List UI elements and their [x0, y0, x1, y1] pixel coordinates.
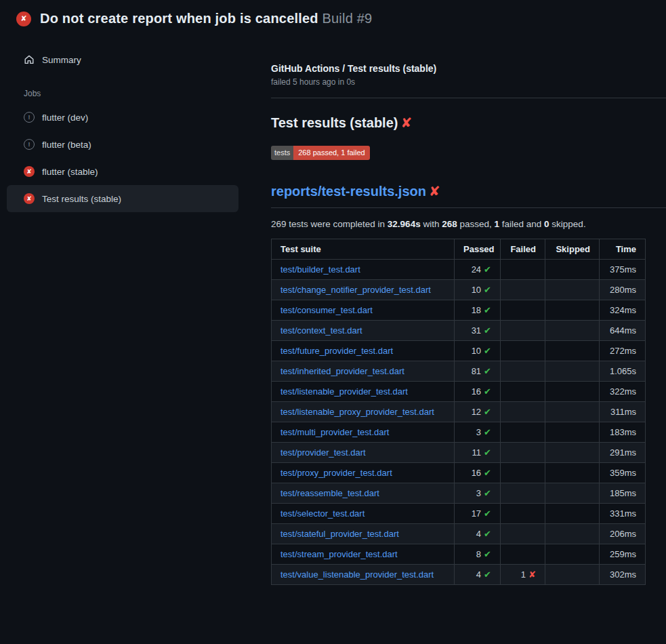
suite-cell: test/change_notifier_provider_test.dart [272, 280, 455, 300]
test-suite-link[interactable]: test/inherited_provider_test.dart [280, 366, 404, 376]
sidebar-item-label: flutter (dev) [42, 113, 88, 123]
table-row: test/provider_test.dart11✔291ms [272, 443, 646, 463]
sidebar-item-summary[interactable]: Summary [7, 49, 238, 70]
failed-cell [501, 524, 545, 544]
table-row: test/multi_provider_test.dart3✔183ms [272, 422, 646, 443]
failed-x-icon: ✘ [400, 115, 412, 130]
test-suite-link[interactable]: test/provider_test.dart [280, 447, 366, 458]
workflow-run-page: ✘ Do not create report when job is cance… [0, 0, 666, 585]
time-cell: 644ms [600, 321, 646, 341]
test-suite-link[interactable]: test/context_test.dart [280, 325, 362, 336]
test-suite-link[interactable]: test/selector_test.dart [280, 508, 365, 519]
run-title-text: Do not create report when job is cancell… [40, 11, 318, 26]
summary-text: skipped. [549, 219, 586, 229]
check-icon: ✔ [484, 346, 491, 356]
summary-failed-count: 1 [495, 219, 500, 229]
test-suite-link[interactable]: test/reassemble_test.dart [280, 488, 379, 498]
test-suite-link[interactable]: test/stateful_provider_test.dart [280, 529, 399, 539]
test-suite-link[interactable]: test/change_notifier_provider_test.dart [280, 285, 431, 295]
home-icon [24, 54, 35, 65]
results-table: Test suite Passed Failed Skipped Time te… [271, 239, 646, 585]
check-icon: ✔ [484, 427, 491, 437]
passed-count: 10 [472, 285, 481, 295]
report-file-link[interactable]: reports/test-results.json [271, 184, 426, 199]
test-suite-link[interactable]: test/builder_test.dart [280, 264, 360, 275]
table-row: test/listenable_proxy_provider_test.dart… [272, 402, 646, 422]
table-row: test/selector_test.dart17✔331ms [272, 504, 646, 524]
failed-cell [501, 321, 545, 341]
time-cell: 206ms [600, 524, 646, 544]
test-suite-link[interactable]: test/listenable_proxy_provider_test.dart [280, 407, 434, 417]
col-header-time: Time [600, 239, 646, 260]
page-body: Summary Jobs !flutter (dev)!flutter (bet… [0, 35, 666, 585]
x-circle-icon: ✘ [24, 193, 35, 204]
suite-cell: test/future_provider_test.dart [272, 341, 455, 361]
failed-cell [501, 341, 545, 361]
jobs-list: !flutter (dev)!flutter (beta)✘flutter (s… [7, 104, 238, 212]
x-circle-icon: ✘ [24, 166, 35, 177]
summary-duration: 32.964s [388, 219, 421, 229]
jobs-section-label: Jobs [24, 89, 238, 98]
test-suite-link[interactable]: test/value_listenable_provider_test.dart [280, 569, 434, 580]
suite-cell: test/context_test.dart [272, 321, 455, 341]
summary-passed-count: 268 [442, 219, 457, 229]
summary-skipped-count: 0 [544, 219, 549, 229]
failed-cell [501, 422, 545, 443]
section-title-text: Test results (stable) [271, 115, 398, 130]
test-suite-link[interactable]: test/listenable_provider_test.dart [280, 386, 408, 397]
sidebar-item-label: Summary [42, 55, 81, 65]
badge-label: tests [271, 146, 293, 160]
time-cell: 324ms [600, 300, 646, 321]
failed-cell [501, 463, 545, 483]
check-icon: ✔ [484, 508, 491, 519]
passed-count: 3 [476, 427, 481, 437]
check-icon: ✔ [484, 264, 491, 275]
table-row: test/change_notifier_provider_test.dart1… [272, 280, 646, 300]
passed-count: 12 [472, 407, 481, 417]
sidebar-item-flutter-beta[interactable]: !flutter (beta) [7, 131, 238, 158]
failed-cell [501, 402, 545, 422]
test-suite-link[interactable]: test/multi_provider_test.dart [280, 427, 389, 437]
check-icon: ✔ [484, 529, 491, 539]
check-icon: ✔ [484, 305, 491, 315]
time-cell: 280ms [600, 280, 646, 300]
check-icon: ✔ [484, 285, 491, 295]
sidebar-item-label: Test results (stable) [42, 194, 121, 204]
sidebar-item-test-results-stable[interactable]: ✘Test results (stable) [7, 185, 238, 212]
passed-cell: 81✔ [455, 361, 501, 382]
skipped-cell [545, 361, 600, 382]
table-row: test/consumer_test.dart18✔324ms [272, 300, 646, 321]
passed-cell: 10✔ [455, 280, 501, 300]
suite-cell: test/listenable_provider_test.dart [272, 382, 455, 402]
sidebar-item-flutter-stable[interactable]: ✘flutter (stable) [7, 158, 238, 185]
suite-cell: test/value_listenable_provider_test.dart [272, 565, 455, 585]
table-row: test/stateful_provider_test.dart4✔206ms [272, 524, 646, 544]
test-suite-link[interactable]: test/future_provider_test.dart [280, 346, 393, 356]
run-status-line: failed 5 hours ago in 0s [271, 77, 666, 87]
passed-cell: 11✔ [455, 443, 501, 463]
sidebar-item-flutter-dev[interactable]: !flutter (dev) [7, 104, 238, 131]
test-suite-link[interactable]: test/consumer_test.dart [280, 305, 373, 315]
col-header-failed: Failed [501, 239, 545, 260]
suite-cell: test/stream_provider_test.dart [272, 544, 455, 565]
failed-cell [501, 483, 545, 504]
passed-count: 81 [472, 366, 481, 376]
failed-cell [501, 504, 545, 524]
suite-cell: test/reassemble_test.dart [272, 483, 455, 504]
table-row: test/reassemble_test.dart3✔185ms [272, 483, 646, 504]
passed-cell: 24✔ [455, 260, 501, 280]
passed-count: 16 [472, 386, 481, 397]
failed-cell [501, 382, 545, 402]
suite-cell: test/builder_test.dart [272, 260, 455, 280]
col-header-test-suite: Test suite [272, 239, 455, 260]
skipped-cell [545, 565, 600, 585]
test-suite-link[interactable]: test/stream_provider_test.dart [280, 549, 398, 559]
passed-count: 31 [472, 325, 481, 336]
suite-cell: test/proxy_provider_test.dart [272, 463, 455, 483]
skipped-cell [545, 524, 600, 544]
test-suite-link[interactable]: test/proxy_provider_test.dart [280, 468, 392, 478]
time-cell: 359ms [600, 463, 646, 483]
suite-cell: test/inherited_provider_test.dart [272, 361, 455, 382]
passed-count: 24 [472, 264, 481, 275]
check-icon: ✔ [484, 325, 491, 336]
